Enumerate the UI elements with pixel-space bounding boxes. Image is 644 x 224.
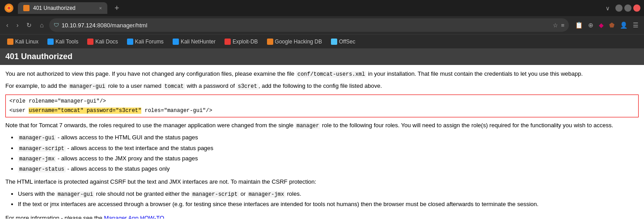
role-code: manager-status bbox=[18, 166, 66, 172]
clipboard-icon[interactable]: 📋 bbox=[573, 20, 585, 30]
csrf-bullets-list: Users with the manager-gui role should n… bbox=[18, 190, 639, 209]
code-line2-highlight: username="tomcat" password="s3cret" bbox=[29, 108, 141, 114]
bookmark-kali-linux[interactable]: Kali Linux bbox=[4, 37, 42, 46]
page-content: 401 Unauthorized You are not authorized … bbox=[0, 48, 644, 219]
page-title: 401 Unauthorized bbox=[5, 52, 72, 61]
kali-forums-icon bbox=[127, 39, 133, 45]
title-bar: 401 Unauthorized × + ∨ bbox=[0, 0, 644, 16]
csrf-b1-mid: role should not be granted either the bbox=[94, 190, 191, 197]
role-desc: - allows access to the JMX proxy and the… bbox=[56, 155, 198, 162]
csrf-b2-text: If the text or jmx interfaces are access… bbox=[18, 201, 538, 207]
refresh-button[interactable]: ↻ bbox=[24, 20, 34, 30]
intro2-mid2-text: with a password of bbox=[185, 82, 237, 89]
kali-tools-icon bbox=[47, 39, 54, 45]
url-display: 10.10.97.124:8080/manager/html bbox=[62, 22, 148, 29]
note-manager-code: manager bbox=[295, 123, 320, 129]
close-button[interactable] bbox=[633, 4, 640, 12]
intro2-mid-text: role to a user named bbox=[106, 82, 163, 89]
url-host: 10.10.97.124 bbox=[62, 22, 96, 29]
reader-view-icon[interactable]: ≡ bbox=[561, 22, 564, 29]
note-end-text: role to the following four roles. You wi… bbox=[320, 122, 613, 129]
tab-favicon bbox=[23, 5, 30, 11]
role-code: manager-gui bbox=[18, 135, 56, 141]
bookmark-label: OffSec bbox=[339, 39, 355, 45]
browser-window: 401 Unauthorized × + ∨ ‹ › ↻ ⌂ 🛡 10.10.9… bbox=[0, 0, 644, 219]
forward-button[interactable]: › bbox=[14, 20, 21, 30]
role-desc: - allows access to the HTML GUI and the … bbox=[56, 134, 198, 141]
list-item: manager-status - allows access to the st… bbox=[18, 164, 639, 174]
list-item: manager-gui - allows access to the HTML … bbox=[18, 133, 639, 142]
username-example-code: tomcat bbox=[163, 83, 185, 90]
tab-title: 401 Unauthorized bbox=[33, 5, 76, 11]
profile-icon[interactable]: ◆ bbox=[597, 20, 606, 30]
bookmark-kali-forums[interactable]: Kali Forums bbox=[123, 37, 167, 46]
hamburger-menu-icon[interactable]: ☰ bbox=[631, 20, 640, 30]
toolbar-right: 📋 ⊕ ◆ ⬟ 👤 ☰ bbox=[573, 20, 640, 30]
code-line-1: <role rolename="manager-gui"/> bbox=[9, 97, 635, 106]
csrf-role3-code: manager-jmx bbox=[247, 191, 285, 198]
csrf-bullet-1: Users with the manager-gui role should n… bbox=[18, 190, 639, 199]
bookmark-label: Kali Forums bbox=[135, 39, 164, 45]
code-line2-pre: <user bbox=[9, 108, 29, 114]
bookmark-google-hacking-db[interactable]: Google Hacking DB bbox=[263, 37, 326, 46]
intro-paragraph-2: For example, to add the manager-gui role… bbox=[5, 82, 639, 91]
bookmark-kali-nethunter[interactable]: Kali NetHunter bbox=[169, 37, 219, 46]
svg-point-2 bbox=[8, 7, 10, 9]
window-controls: ∨ bbox=[602, 3, 640, 13]
exploit-db-icon bbox=[225, 39, 231, 45]
maximize-button[interactable] bbox=[624, 4, 631, 12]
csrf-role2-code: manager-script bbox=[191, 191, 239, 198]
roles-list: manager-gui - allows access to the HTML … bbox=[18, 133, 639, 174]
role-desc: - allows access to the status pages only bbox=[66, 165, 170, 172]
google-hacking-db-icon bbox=[267, 39, 273, 45]
kali-linux-icon bbox=[7, 39, 13, 45]
bookmark-label: Google Hacking DB bbox=[275, 39, 322, 45]
note-start-text: Note that for Tomcat 7 onwards, the role… bbox=[5, 122, 295, 129]
intro1-end-text: in your installation. That file must con… bbox=[366, 70, 583, 77]
role-name-code: manager-gui bbox=[68, 83, 106, 90]
intro2-end-text: , add the following to the config file l… bbox=[258, 82, 382, 89]
bookmark-exploit-db[interactable]: Exploit-DB bbox=[221, 37, 262, 46]
new-tab-button[interactable]: + bbox=[111, 4, 123, 13]
bookmark-label: Kali NetHunter bbox=[181, 39, 216, 45]
csrf-intro-paragraph: The HTML interface is protected against … bbox=[5, 177, 639, 187]
offsec-icon bbox=[331, 39, 337, 45]
csrf-bullet-2: If the text or jmx interfaces are access… bbox=[18, 200, 639, 209]
active-tab[interactable]: 401 Unauthorized × bbox=[18, 2, 107, 14]
manager-howto-link[interactable]: Manager App HOW-TO bbox=[104, 215, 164, 219]
role-desc: - allows access to the text interface an… bbox=[66, 145, 213, 151]
csrf-role1-code: manager-gui bbox=[56, 191, 94, 198]
xml-code-block: <role rolename="manager-gui"/> <user use… bbox=[5, 95, 639, 117]
role-code: manager-jmx bbox=[18, 156, 56, 162]
bookmark-star-icon[interactable]: ☆ bbox=[553, 22, 558, 29]
tab-close-button[interactable]: × bbox=[99, 5, 102, 11]
intro1-text: You are not authorized to view this page… bbox=[5, 70, 296, 77]
back-button[interactable]: ‹ bbox=[4, 20, 11, 30]
role-code: manager-script bbox=[18, 146, 66, 152]
csrf-b1-end: or bbox=[239, 190, 247, 197]
address-bar[interactable]: 🛡 10.10.97.124:8080/manager/html ☆ ≡ bbox=[49, 18, 569, 32]
minimize-button[interactable] bbox=[615, 4, 623, 12]
home-button[interactable]: ⌂ bbox=[37, 20, 46, 30]
bookmark-offsec[interactable]: OffSec bbox=[327, 37, 359, 46]
kali-docs-icon bbox=[87, 39, 93, 45]
intro-paragraph-1: You are not authorized to view this page… bbox=[5, 69, 639, 79]
navigation-bar: ‹ › ↻ ⌂ 🛡 10.10.97.124:8080/manager/html… bbox=[0, 16, 644, 34]
bookmark-label: Kali Docs bbox=[95, 39, 118, 45]
nav-chevron-icon[interactable]: ∨ bbox=[602, 3, 614, 13]
footer-text: For more information - please see the bbox=[5, 215, 104, 219]
bookmarks-bar: Kali Linux Kali Tools Kali Docs Kali For… bbox=[0, 34, 644, 48]
bookmark-kali-tools[interactable]: Kali Tools bbox=[44, 37, 82, 46]
bookmark-kali-docs[interactable]: Kali Docs bbox=[84, 37, 122, 46]
list-item: manager-script - allows access to the te… bbox=[18, 144, 639, 153]
extensions-icon[interactable]: ⊕ bbox=[586, 20, 595, 30]
footer-paragraph: For more information - please see the Ma… bbox=[5, 214, 639, 219]
user-icon[interactable]: 👤 bbox=[618, 20, 629, 30]
kali-nethunter-icon bbox=[173, 39, 179, 45]
bookmark-label: Exploit-DB bbox=[233, 39, 258, 45]
firefox-logo bbox=[4, 3, 14, 13]
bookmark-label: Kali Tools bbox=[55, 39, 78, 45]
bookmark-label: Kali Linux bbox=[15, 39, 38, 45]
page-body: You are not authorized to view this page… bbox=[0, 65, 644, 219]
sync-icon[interactable]: ⬟ bbox=[607, 20, 616, 30]
